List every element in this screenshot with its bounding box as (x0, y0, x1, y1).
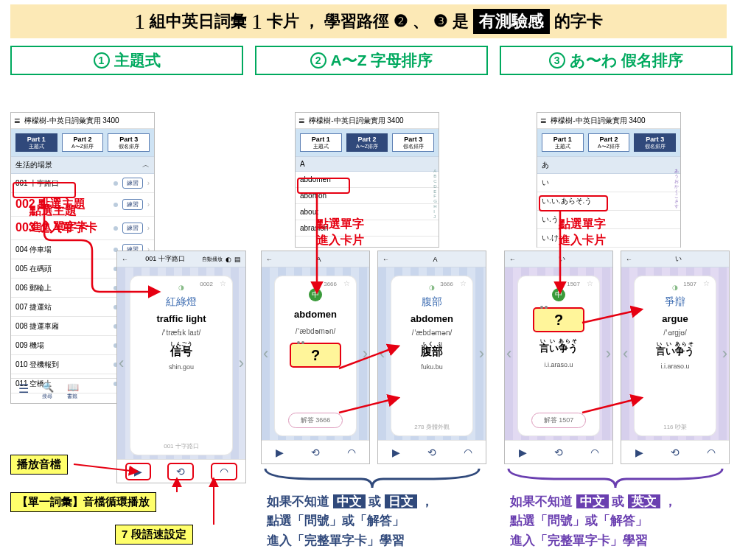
star-icon[interactable]: ☆ (220, 279, 226, 287)
tab-part2[interactable]: Part 2A〜Z排序 (62, 133, 104, 152)
nav-list-icon[interactable]: ☰ (18, 382, 29, 400)
explanation-3: 如果不知道 中文 或 英文 ， 點選「問號」或「解答」進入「完整單字卡」學習 (510, 492, 677, 550)
back-icon[interactable]: ← (122, 256, 128, 263)
nav-book-icon[interactable]: 📖書籤 (67, 382, 79, 400)
prev-icon[interactable]: ‹ (119, 354, 124, 373)
word-japanese: 信号しんごう (170, 341, 192, 359)
label-loop-audio: 【單一詞彙】音檔循環播放 (10, 492, 156, 512)
list-item[interactable]: 003 進入單字卡練習› (11, 217, 154, 240)
tab-part3[interactable]: Part 3假名排序 (392, 133, 434, 152)
autoplay-toggle[interactable]: ◐ (226, 256, 231, 263)
list-item[interactable]: about (296, 204, 439, 220)
reveal-question[interactable]: ? (290, 343, 341, 368)
explanation-2: 如果不知道 中文 或 日文 ， 點選「問號」或「解答」進入「完整單字卡」學習 (267, 492, 433, 550)
phone-list-az: ≡檸檬樹-中英日詞彙實用 3400 Part 1主題式 Part 2A〜Z排序 … (295, 112, 439, 248)
back-icon[interactable]: ← (383, 256, 389, 263)
settings-icon[interactable]: ▤ (234, 256, 241, 263)
index-strip[interactable]: ABCDEFGHIJ (433, 169, 437, 220)
phone-card-az-question: ←A ‹› 3666☆ 中 abdomen /ˈæbdəmən/ ? 解答 36… (261, 251, 370, 464)
list-item[interactable]: い.い.あらそ.う (537, 192, 680, 211)
section-1-header: 1主題式 (10, 46, 243, 75)
phone-card-az-answer: ←A ‹› 3666☆ ◑ 腹部 abdomen /ˈæbdəmən/ 腹部ふく… (377, 251, 486, 464)
list-item[interactable]: 001 十字路口練習› (11, 174, 154, 193)
lang-badge-cn: 中 (552, 288, 565, 301)
list-item[interactable]: 002 點選主題練習› (11, 193, 154, 217)
index-strip[interactable]: あうおかくこさす (674, 169, 679, 209)
phone-list-kana: ≡檸檬樹-中英日詞彙實用 3400 Part 1主題式 Part 2A〜Z排序 … (537, 112, 681, 248)
list-item[interactable]: abortion (296, 188, 439, 204)
tab-part1[interactable]: Part 1主題式 (15, 133, 57, 152)
practice-button[interactable]: 練習 (122, 223, 143, 234)
label-speed: 7 段語速設定 (115, 525, 193, 545)
phone-card-thematic: ←001 十字路口自動播放◐▤ ‹› 0002☆ ◑ 紅綠燈 traffic l… (116, 251, 246, 483)
tab-part3[interactable]: Part 3假名排序 (108, 133, 150, 152)
section-2-header: 2A〜Z 字母排序 (255, 46, 488, 75)
phone-card-kana-question: ←い ‹› 1507☆ 中 ? 言い争うい い あらそ i.i.araso.u … (504, 251, 613, 464)
tab-part1[interactable]: Part 1主題式 (300, 133, 342, 152)
list-item[interactable]: い.け (537, 229, 680, 248)
label-play-audio: 播放音檔 (10, 455, 68, 475)
collapse-icon[interactable]: ︿ (142, 160, 150, 170)
list-item[interactable]: い.う (537, 211, 680, 229)
menu-icon[interactable]: ≡ (298, 116, 304, 126)
emphasis-chip: 有測驗感 (473, 9, 550, 34)
list-item[interactable]: abrasion (296, 220, 439, 237)
answer-button[interactable]: 解答 1507 (531, 413, 587, 428)
answer-button[interactable]: 解答 3666 (288, 413, 343, 428)
phone-card-kana-answer: ←い ‹› 1507☆ ◑ 爭辯 argue /ˈɑrgjʊ/ 言い争うい い … (621, 251, 730, 464)
back-icon[interactable]: ← (266, 256, 273, 263)
word-chinese: 紅綠燈 (166, 295, 197, 309)
lang-badge-cn: 中 (309, 288, 322, 301)
nav-search-icon[interactable]: 🔍搜尋 (42, 382, 54, 400)
section-3-header: 3あ〜わ 假名排序 (500, 46, 733, 75)
loop-button[interactable]: ⟲ (167, 463, 194, 480)
play-button[interactable]: ▶ (125, 463, 151, 480)
speed-button[interactable]: ◠ (211, 463, 237, 480)
practice-button[interactable]: 練習 (122, 178, 143, 189)
menu-icon[interactable]: ≡ (14, 116, 20, 126)
practice-button[interactable]: 練習 (122, 199, 143, 210)
reveal-question[interactable]: ? (533, 307, 584, 332)
list-item[interactable]: abdomen (296, 172, 439, 188)
list-item[interactable]: い (537, 174, 680, 192)
tab-part2[interactable]: Part 2A〜Z排序 (346, 133, 388, 152)
word-english: traffic light (156, 313, 206, 324)
title-banner: 1組中英日詞彙 1卡片 ， 學習路徑 ❷、❸ 是 有測驗感 的字卡 (10, 4, 727, 38)
next-icon[interactable]: › (239, 354, 244, 373)
